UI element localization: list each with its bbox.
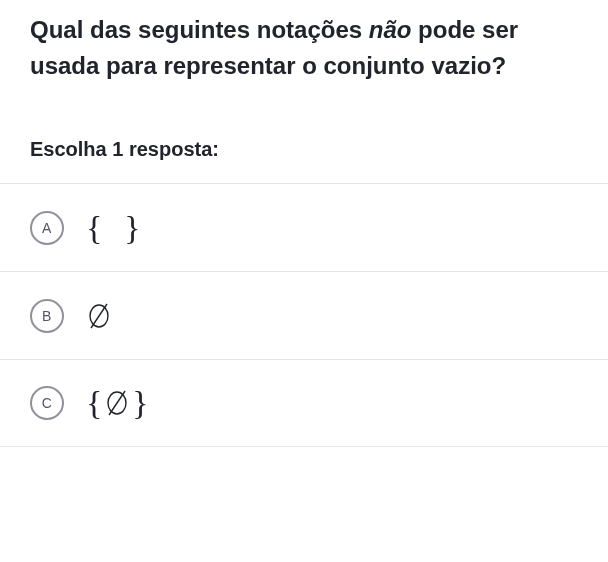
option-b[interactable]: B (0, 271, 608, 359)
option-badge-a: A (30, 211, 64, 245)
option-c[interactable]: C { } (0, 359, 608, 447)
emptyset-icon (86, 301, 112, 331)
option-answer-c: { } (86, 384, 149, 422)
option-a[interactable]: A { } (0, 183, 608, 271)
option-badge-b: B (30, 299, 64, 333)
option-answer-a: { } (86, 209, 141, 247)
question-emphasis: não (369, 16, 412, 43)
option-answer-b (86, 301, 112, 331)
brace-open-icon: { (86, 209, 102, 247)
emptyset-icon (104, 388, 130, 418)
brace-open-icon: { (86, 384, 102, 422)
question-pre: Qual das seguintes notações (30, 16, 369, 43)
question-text: Qual das seguintes notações não pode ser… (0, 12, 608, 84)
options-list: A { } B C { } (0, 183, 608, 447)
instruction-text: Escolha 1 resposta: (0, 138, 608, 161)
brace-close-icon: } (132, 384, 148, 422)
option-badge-c: C (30, 386, 64, 420)
quiz-container: Qual das seguintes notações não pode ser… (0, 0, 608, 447)
brace-close-icon: } (124, 209, 140, 247)
